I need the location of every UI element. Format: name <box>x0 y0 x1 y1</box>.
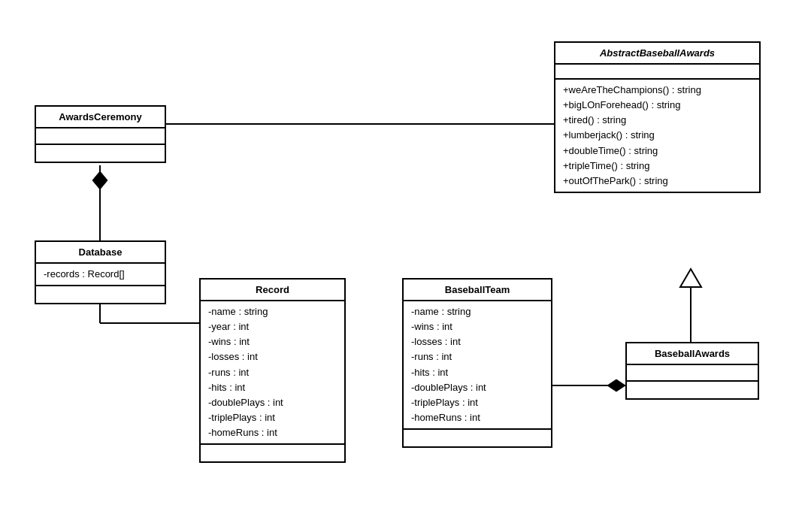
record-runs: -runs : int <box>208 365 337 380</box>
method-out-of-the-park: +outOfThePark() : string <box>563 174 752 189</box>
database-class: Database -records : Record[] <box>35 240 166 304</box>
svg-marker-9 <box>680 269 701 287</box>
database-section2 <box>36 286 165 303</box>
team-double-plays: -doublePlays : int <box>411 380 543 395</box>
baseball-awards-class: BaseballAwards <box>625 342 759 400</box>
record-title: Record <box>201 280 344 301</box>
abstract-baseball-awards-class: AbstractBaseballAwards +weAreTheChampion… <box>554 41 761 193</box>
team-home-runs: -homeRuns : int <box>411 410 543 425</box>
baseball-awards-title: BaseballAwards <box>627 343 758 365</box>
method-lumberjack: +lumberjack() : string <box>563 128 752 143</box>
record-class: Record -name : string -year : int -wins … <box>199 278 346 463</box>
awards-ceremony-class: AwardsCeremony <box>35 105 166 163</box>
record-double-plays: -doublePlays : int <box>208 395 337 410</box>
team-hits: -hits : int <box>411 365 543 380</box>
baseball-awards-section1 <box>627 365 758 382</box>
abstract-baseball-awards-title: AbstractBaseballAwards <box>555 43 759 65</box>
record-name: -name : string <box>208 304 337 319</box>
awards-ceremony-title: AwardsCeremony <box>36 107 165 128</box>
baseball-team-section2 <box>404 430 551 446</box>
svg-marker-7 <box>607 379 625 391</box>
method-tired: +tired() : string <box>563 113 752 128</box>
record-attrs: -name : string -year : int -wins : int -… <box>201 301 344 445</box>
method-triple-time: +tripleTime() : string <box>563 159 752 174</box>
record-section2 <box>201 445 344 461</box>
team-losses: -losses : int <box>411 334 543 349</box>
record-wins: -wins : int <box>208 334 337 349</box>
method-big-l-on-forehead: +bigLOnForehead() : string <box>563 98 752 113</box>
baseball-team-class: BaseballTeam -name : string -wins : int … <box>402 278 552 448</box>
abstract-baseball-awards-section1 <box>555 65 759 80</box>
baseball-team-attrs: -name : string -wins : int -losses : int… <box>404 301 551 430</box>
record-triple-plays: -triplePlays : int <box>208 410 337 425</box>
team-triple-plays: -triplePlays : int <box>411 395 543 410</box>
awards-ceremony-section2 <box>36 145 165 162</box>
awards-ceremony-section1 <box>36 128 165 145</box>
baseball-awards-section2 <box>627 382 758 398</box>
record-home-runs: -homeRuns : int <box>208 425 337 440</box>
database-records: -records : Record[] <box>44 267 157 282</box>
baseball-team-title: BaseballTeam <box>404 280 551 301</box>
team-name: -name : string <box>411 304 543 319</box>
record-losses: -losses : int <box>208 349 337 364</box>
abstract-baseball-awards-methods: +weAreTheChampions() : string +bigLOnFor… <box>555 80 759 192</box>
method-double-time: +doubleTime() : string <box>563 144 752 159</box>
team-runs: -runs : int <box>411 349 543 364</box>
database-attrs: -records : Record[] <box>36 264 165 286</box>
team-wins: -wins : int <box>411 319 543 334</box>
record-hits: -hits : int <box>208 380 337 395</box>
record-year: -year : int <box>208 319 337 334</box>
method-we-are-the-champions: +weAreTheChampions() : string <box>563 83 752 98</box>
database-title: Database <box>36 242 165 264</box>
svg-marker-2 <box>92 171 107 189</box>
